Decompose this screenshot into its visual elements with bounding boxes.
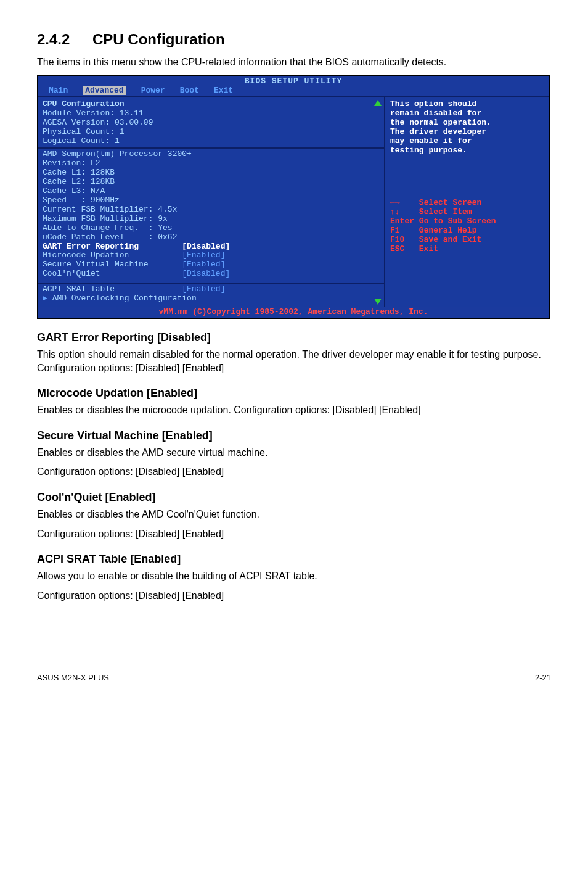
srat-value: [Enabled] bbox=[182, 284, 225, 294]
gart-value: [Disabled] bbox=[182, 242, 230, 251]
gart-heading: GART Error Reporting [Disabled] bbox=[37, 331, 551, 344]
amd-oc-row[interactable]: ▶ AMD Overclocking Configuration bbox=[43, 294, 379, 303]
gart-text: This option should remain disabled for t… bbox=[37, 348, 551, 374]
cache-l1: Cache L1: 128KB bbox=[43, 168, 379, 178]
tab-boot[interactable]: Boot bbox=[180, 86, 199, 96]
able-change: Able to Change Freq. : Yes bbox=[43, 224, 379, 233]
ucode-patch: uCode Patch Level : 0x62 bbox=[43, 233, 379, 242]
svm-heading: Secure Virtual Machine [Enabled] bbox=[37, 429, 551, 442]
gart-row[interactable]: GART Error Reporting [Disabled] bbox=[43, 242, 379, 252]
micro-text: Enables or disables the microcode updati… bbox=[37, 403, 551, 417]
micro-heading: Microcode Updation [Enabled] bbox=[37, 387, 551, 400]
key-help: F1 General Help bbox=[390, 226, 544, 236]
microcode-value: [Enabled] bbox=[182, 250, 225, 260]
cool-text2: Configuration options: [Disabled] [Enabl… bbox=[37, 527, 551, 541]
submenu-icon: ▶ bbox=[43, 294, 52, 303]
svm-row[interactable]: Secure Virtual Machine [Enabled] bbox=[43, 260, 379, 270]
bios-left-pane: CPU Configuration Module Version: 13.11 … bbox=[38, 97, 385, 307]
heading-title: CPU Configuration bbox=[92, 31, 225, 47]
processor-name: AMD Sempron(tm) Processor 3200+ bbox=[43, 150, 379, 159]
intro-text: The items in this menu show the CPU-rela… bbox=[37, 56, 551, 69]
help-line: remain disabled for bbox=[390, 109, 544, 118]
logical-count: Logical Count: 1 bbox=[43, 137, 379, 146]
help-line: testing purpose. bbox=[390, 146, 544, 155]
key-help: ↑↓ Select Item bbox=[390, 208, 544, 217]
amd-oc-label: AMD Overclocking Configuration bbox=[52, 294, 197, 303]
srat-row[interactable]: ACPI SRAT Table [Enabled] bbox=[43, 285, 379, 294]
cpu-config-header: CPU Configuration bbox=[43, 100, 379, 109]
key-help: Enter Go to Sub Screen bbox=[390, 217, 544, 226]
cool-text1: Enables or disables the AMD Cool'n'Quiet… bbox=[37, 508, 551, 521]
cache-l3: Cache L3: N/A bbox=[43, 187, 379, 196]
key-help: F10 Save and Exit bbox=[390, 236, 544, 245]
cool-label: Cool'n'Quiet bbox=[43, 269, 100, 278]
footer-left: ASUS M2N-X PLUS bbox=[37, 673, 109, 682]
gart-label: GART Error Reporting bbox=[43, 242, 139, 251]
module-version: Module Version: 13.11 bbox=[43, 109, 379, 118]
footer-right: 2-21 bbox=[535, 673, 551, 682]
microcode-row[interactable]: Microcode Updation [Enabled] bbox=[43, 251, 379, 260]
tab-main[interactable]: Main bbox=[49, 86, 68, 96]
help-line: The driver developer bbox=[390, 128, 544, 137]
svm-label: Secure Virtual Machine bbox=[43, 260, 149, 269]
agesa-version: AGESA Version: 03.00.09 bbox=[43, 118, 379, 128]
key-help: ESC Exit bbox=[390, 245, 544, 254]
help-line: may enable it for bbox=[390, 137, 544, 146]
scroll-down-icon[interactable] bbox=[374, 299, 382, 305]
speed: Speed : 900MHz bbox=[43, 196, 379, 205]
bios-right-pane: This option should remain disabled for t… bbox=[385, 97, 549, 307]
page-footer: ASUS M2N-X PLUS 2-21 bbox=[37, 670, 551, 682]
tab-exit[interactable]: Exit bbox=[214, 86, 233, 96]
srat-label: ACPI SRAT Table bbox=[43, 284, 115, 294]
srat-text2: Configuration options: [Disabled] [Enabl… bbox=[37, 589, 551, 603]
svm-text1: Enables or disables the AMD secure virtu… bbox=[37, 446, 551, 460]
max-fsb: Maximum FSB Multiplier: 9x bbox=[43, 215, 379, 224]
tab-power[interactable]: Power bbox=[141, 86, 165, 96]
bios-title: BIOS SETUP UTILITY bbox=[43, 77, 544, 86]
cool-heading: Cool'n'Quiet [Enabled] bbox=[37, 491, 551, 504]
srat-text1: Allows you to enable or disable the buil… bbox=[37, 569, 551, 583]
help-line: the normal operation. bbox=[390, 118, 544, 128]
tab-advanced[interactable]: Advanced bbox=[83, 86, 126, 96]
page-heading: 2.4.2CPU Configuration bbox=[37, 31, 551, 48]
revision: Revision: F2 bbox=[43, 159, 379, 168]
help-line: This option should bbox=[390, 100, 544, 109]
physical-count: Physical Count: 1 bbox=[43, 128, 379, 137]
scroll-up-icon[interactable] bbox=[374, 100, 382, 106]
current-fsb: Current FSB Multiplier: 4.5x bbox=[43, 205, 379, 215]
cool-value: [Disabled] bbox=[182, 269, 230, 278]
heading-number: 2.4.2 bbox=[37, 31, 92, 48]
bios-menubar: Main Advanced Power Boot Exit bbox=[43, 86, 544, 97]
cache-l2: Cache L2: 128KB bbox=[43, 178, 379, 187]
bios-copyright: vMM.mm (C)Copyright 1985-2002, American … bbox=[38, 307, 549, 318]
bios-window: BIOS SETUP UTILITY Main Advanced Power B… bbox=[37, 75, 550, 320]
srat-heading: ACPI SRAT Table [Enabled] bbox=[37, 553, 551, 566]
svm-text2: Configuration options: [Disabled] [Enabl… bbox=[37, 465, 551, 479]
cool-row[interactable]: Cool'n'Quiet [Disabled] bbox=[43, 270, 379, 279]
svm-value: [Enabled] bbox=[182, 260, 225, 269]
key-help: ←→ Select Screen bbox=[390, 199, 544, 208]
microcode-label: Microcode Updation bbox=[43, 250, 129, 260]
